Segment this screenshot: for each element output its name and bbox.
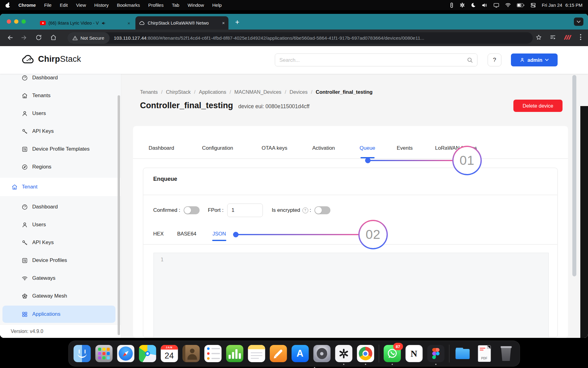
menu-chrome[interactable]: Chrome xyxy=(18,2,36,8)
sidebar-item-regions[interactable]: Regions xyxy=(0,158,121,176)
breadcrumb-applications[interactable]: Applications xyxy=(199,89,226,95)
breadcrumb-chirpstack[interactable]: ChirpStack xyxy=(166,89,191,95)
sidebar-item-device-profile-templates[interactable]: Device Profile Templates xyxy=(0,140,121,158)
menu-view[interactable]: View xyxy=(76,2,86,8)
payload-editor[interactable]: 1 xyxy=(154,253,549,338)
reading-list-icon[interactable] xyxy=(550,34,556,41)
minimize-window-button[interactable] xyxy=(14,19,18,24)
search-input[interactable] xyxy=(275,54,477,66)
dock-contacts[interactable] xyxy=(182,345,200,362)
dock-chrome[interactable] xyxy=(357,345,374,362)
tab-chirpstack-close-icon[interactable]: × xyxy=(222,20,225,26)
close-window-button[interactable] xyxy=(7,19,11,24)
menu-bookmarks[interactable]: Bookmarks xyxy=(117,2,140,8)
sidebar-item-tenant-dashboard[interactable]: Dashboard xyxy=(0,198,121,216)
dock-downloads-folder[interactable] xyxy=(454,345,471,362)
sidebar-item-users[interactable]: Users xyxy=(0,105,121,122)
control-center-icon[interactable] xyxy=(531,3,536,8)
moon-icon[interactable] xyxy=(471,2,476,8)
dock-notes[interactable] xyxy=(248,345,265,362)
bookmark-star-icon[interactable] xyxy=(535,34,542,41)
new-tab-button[interactable]: + xyxy=(235,18,239,26)
tab-configuration[interactable]: Configuration xyxy=(202,145,233,151)
not-secure-chip[interactable]: Not Secure xyxy=(67,32,110,44)
apple-icon[interactable] xyxy=(6,2,10,8)
menu-help[interactable]: Help xyxy=(212,2,222,8)
dock-finder[interactable] xyxy=(73,345,91,362)
dock-whatsapp[interactable]: 87 xyxy=(384,345,401,362)
sidebar-item-dashboard[interactable]: Dashboard xyxy=(0,74,121,87)
tab-youtube[interactable]: (66) Iktara Lyric Video - V × xyxy=(36,17,134,30)
breadcrumb-macnman-devices[interactable]: MACNMAN_Devices xyxy=(234,89,281,95)
tab-base64[interactable]: BASE64 xyxy=(177,231,196,237)
battery-icon[interactable] xyxy=(517,3,525,7)
menu-tab[interactable]: Tab xyxy=(172,2,179,8)
address-bar[interactable]: Not Secure 103.110.127.44:8080/#/tenants… xyxy=(67,32,533,44)
breadcrumb-devices[interactable]: Devices xyxy=(290,89,308,95)
sidebar-item-gateway-mesh[interactable]: Gateway Mesh xyxy=(0,287,121,305)
sidebar-item-api-keys[interactable]: API Keys xyxy=(0,122,121,140)
dock-maps[interactable] xyxy=(139,345,156,362)
sidebar-item-gateways[interactable]: Gateways xyxy=(0,269,121,287)
sidebar-section-tenant[interactable]: Tenant xyxy=(0,178,121,196)
menubar-clock[interactable]: Fri Jan 24 6:15 PM xyxy=(542,2,582,8)
display-icon[interactable] xyxy=(493,3,499,8)
tab-dashboard[interactable]: Dashboard xyxy=(149,145,174,151)
is-encrypted-toggle[interactable] xyxy=(314,206,330,214)
sidebar-scrollbar[interactable] xyxy=(118,95,120,335)
sidebar-item-applications[interactable]: Applications xyxy=(2,306,115,323)
maximize-window-button[interactable] xyxy=(21,19,26,24)
scrollbar-track[interactable] xyxy=(580,106,588,338)
help-button[interactable]: ? xyxy=(488,53,501,66)
dock-figma[interactable] xyxy=(427,345,444,362)
sidebar-item-tenants[interactable]: Tenants xyxy=(0,87,121,105)
dock-notion[interactable]: N xyxy=(405,345,423,362)
menu-window[interactable]: Window xyxy=(188,2,204,8)
browser-menu-icon[interactable] xyxy=(580,34,581,40)
dock-safari[interactable] xyxy=(117,345,134,362)
menu-history[interactable]: History xyxy=(94,2,109,8)
status-pill-icon[interactable] xyxy=(450,2,454,8)
tab-otaa-keys[interactable]: OTAA keys xyxy=(262,145,287,151)
dock-app-store[interactable]: A xyxy=(291,345,309,362)
wifi-icon[interactable] xyxy=(505,3,511,7)
forward-icon[interactable] xyxy=(20,34,27,41)
menu-profiles[interactable]: Profiles xyxy=(148,2,164,8)
help-circle-icon[interactable]: ? xyxy=(302,208,308,213)
dock-numbers[interactable] xyxy=(226,345,243,362)
breadcrumb-tenants[interactable]: Tenants xyxy=(140,89,158,95)
volume-icon[interactable] xyxy=(482,3,488,8)
chirpstack-logo[interactable]: ChirpStack xyxy=(21,53,81,65)
chatgpt-status-icon[interactable] xyxy=(460,2,465,8)
delete-device-button[interactable]: Delete device xyxy=(513,100,563,112)
search-icon[interactable] xyxy=(467,57,473,63)
tab-events[interactable]: Events xyxy=(397,145,413,151)
menu-edit[interactable]: Edit xyxy=(60,2,68,8)
fport-input[interactable] xyxy=(227,204,263,217)
reload-icon[interactable] xyxy=(35,34,42,41)
dock-launchpad[interactable] xyxy=(95,345,112,362)
tab-hex[interactable]: HEX xyxy=(153,231,164,237)
back-icon[interactable] xyxy=(7,34,14,41)
menu-file[interactable]: File xyxy=(44,2,52,8)
tab-activation[interactable]: Activation xyxy=(312,145,335,151)
dock-trash[interactable] xyxy=(497,345,515,362)
sidebar-item-tenant-api-keys[interactable]: API Keys xyxy=(0,234,121,251)
home-icon[interactable] xyxy=(50,34,57,41)
tab-chirpstack[interactable]: ChirpStack LoRaWAN® Netwo × xyxy=(135,16,228,30)
sidebar-item-tenant-users[interactable]: Users xyxy=(0,216,121,234)
dock-calendar[interactable]: JAN 24 xyxy=(161,345,178,362)
tab-json[interactable]: JSON xyxy=(212,231,226,237)
tab-audio-icon[interactable] xyxy=(102,21,106,25)
dock-reminders[interactable] xyxy=(204,345,221,362)
dock-pdf-document[interactable]: PDF xyxy=(476,345,493,362)
tab-queue[interactable]: Queue xyxy=(360,145,375,151)
tab-search-chevron-button[interactable] xyxy=(574,18,583,26)
extension-icon[interactable] xyxy=(565,35,570,40)
dock-pages[interactable] xyxy=(270,345,287,362)
dock-system-settings[interactable] xyxy=(313,345,330,362)
dock-chatgpt[interactable] xyxy=(335,345,352,362)
confirmed-toggle[interactable] xyxy=(184,206,200,214)
tab-youtube-close-icon[interactable]: × xyxy=(127,21,130,26)
admin-menu-button[interactable]: admin xyxy=(511,53,558,66)
